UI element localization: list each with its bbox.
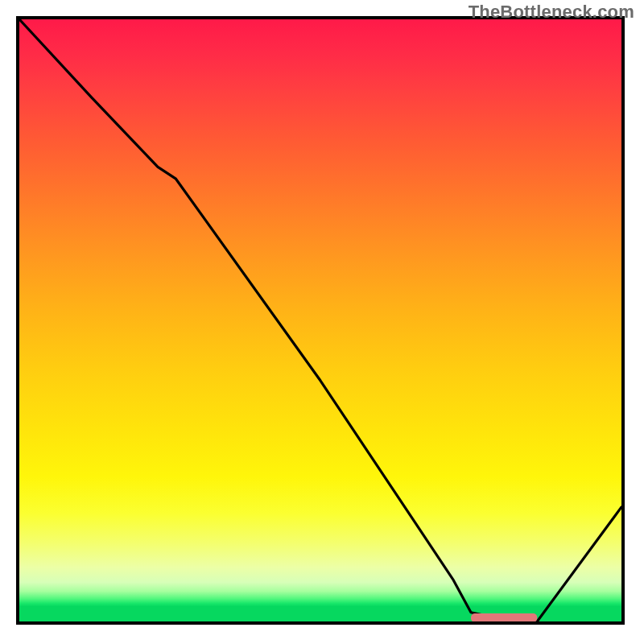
plot-frame xyxy=(16,16,625,625)
bottleneck-chart: TheBottleneck.com xyxy=(0,0,644,644)
watermark-text: TheBottleneck.com xyxy=(469,2,634,23)
